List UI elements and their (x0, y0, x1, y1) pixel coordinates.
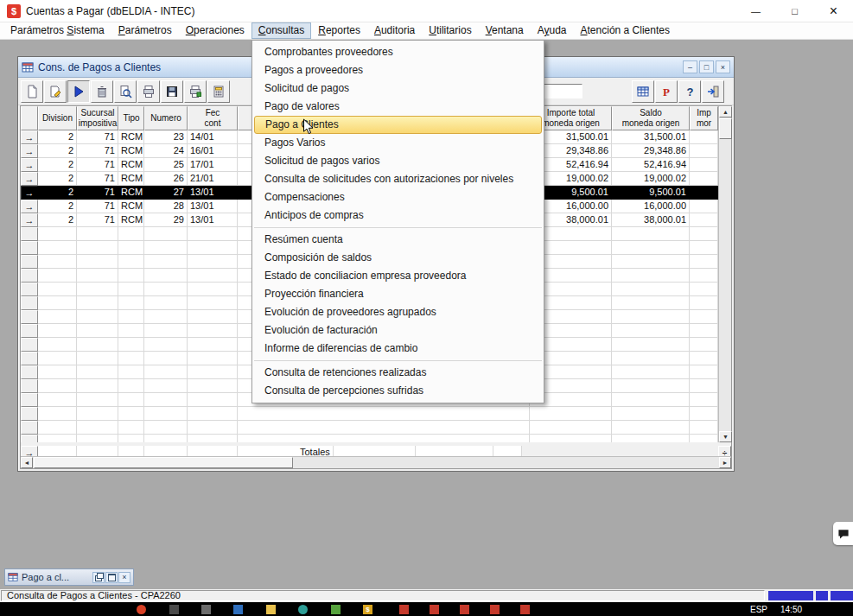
cell-sucursal[interactable] (77, 352, 118, 365)
cell-imp2[interactable] (690, 379, 718, 393)
cell-sucursal[interactable] (77, 421, 118, 435)
cell-tipo[interactable]: RCM (118, 130, 144, 144)
chat-overlay-button[interactable] (833, 522, 853, 545)
cell-imp2[interactable] (690, 407, 718, 421)
cell-fecha[interactable]: 13/01 (188, 213, 238, 227)
cell-numero[interactable]: 26 (144, 172, 188, 186)
cell-division[interactable]: 2 (38, 172, 77, 186)
cell-imp2[interactable] (690, 241, 718, 255)
cell-fecha[interactable] (188, 296, 238, 310)
restore-button[interactable] (92, 572, 105, 583)
taskbar-app-icon[interactable] (266, 605, 276, 614)
taskbar-app-icon[interactable] (490, 605, 500, 614)
cell-fecha[interactable] (188, 283, 238, 296)
col-header-division[interactable]: Division (38, 106, 77, 130)
taskbar-app-icon[interactable] (520, 605, 530, 614)
menu-item-evolucion-de-proveedores-agrupados[interactable]: Evolución de proveedores agrupados (252, 303, 544, 321)
cell-sucursal[interactable] (77, 338, 118, 352)
cell-division[interactable] (38, 352, 77, 365)
cell-gap[interactable] (238, 435, 530, 442)
cell-sucursal[interactable]: 71 (77, 172, 118, 186)
cell-fecha[interactable]: 14/01 (188, 130, 238, 144)
cell-saldo[interactable] (612, 365, 690, 379)
cell-saldo[interactable]: 19,000.02 (612, 172, 690, 186)
cell-sucursal[interactable] (77, 407, 118, 421)
cell-sucursal[interactable] (77, 310, 118, 324)
cell-fecha[interactable] (188, 324, 238, 338)
menu-item-pago-a-clientes[interactable]: Pago a Clientes (254, 116, 542, 134)
menubar-item-utilitarios[interactable]: Utilitarios (422, 22, 478, 39)
maximize-button[interactable] (105, 572, 118, 583)
cell-saldo[interactable] (612, 393, 690, 407)
cell-fecha[interactable] (188, 241, 238, 255)
minimized-window-pago-a-clientes[interactable]: Pago a cl... × (4, 568, 134, 586)
cell-numero[interactable]: 24 (144, 144, 188, 158)
cell-sucursal[interactable] (77, 269, 118, 283)
cell-tipo[interactable] (118, 379, 144, 393)
child-maximize-button[interactable]: □ (699, 60, 714, 73)
cell-importe[interactable] (530, 407, 612, 421)
scroll-down-button[interactable]: ▼ (719, 431, 732, 442)
cell-fecha[interactable] (188, 407, 238, 421)
col-header-sucursal[interactable]: Sucursalimpositiva (77, 106, 118, 130)
scroll-up-button[interactable]: ▲ (719, 106, 732, 117)
cell-numero[interactable]: 23 (144, 130, 188, 144)
cell-numero[interactable] (144, 296, 188, 310)
cell-division[interactable] (38, 338, 77, 352)
menu-item-pagos-varios[interactable]: Pagos Varios (252, 134, 544, 152)
cell-saldo[interactable] (612, 227, 690, 241)
cell-division[interactable] (38, 421, 77, 435)
vertical-scrollbar-thumb[interactable] (719, 118, 732, 139)
cell-gap[interactable] (238, 407, 530, 421)
cell-sucursal[interactable]: 71 (77, 144, 118, 158)
cell-fecha[interactable] (188, 338, 238, 352)
menubar-item-operaciones[interactable]: Operaciones (179, 22, 251, 39)
cell-fecha[interactable]: 17/01 (188, 158, 238, 172)
cell-numero[interactable]: 25 (144, 158, 188, 172)
menu-item-solicitud-de-pagos-varios[interactable]: Solicitud de pagos varios (252, 152, 544, 170)
new-record-button[interactable] (21, 80, 43, 103)
cell-tipo[interactable] (118, 407, 144, 421)
cell-division[interactable]: 2 (38, 130, 77, 144)
cell-imp2[interactable] (690, 213, 718, 227)
col-header-imp2[interactable]: Impmor (690, 106, 718, 130)
save-button[interactable] (161, 80, 183, 103)
cell-imp2[interactable] (690, 144, 718, 158)
cell-division[interactable] (38, 435, 77, 442)
cell-tipo[interactable]: RCM (118, 186, 144, 200)
cell-imp2[interactable] (690, 352, 718, 365)
cell-division[interactable] (38, 365, 77, 379)
cell-tipo[interactable] (118, 365, 144, 379)
cell-imp2[interactable] (690, 435, 718, 442)
cell-fecha[interactable] (188, 421, 238, 435)
cell-tipo[interactable] (118, 324, 144, 338)
cell-division[interactable] (38, 269, 77, 283)
cell-tipo[interactable] (118, 296, 144, 310)
menu-item-proyeccion-financiera[interactable]: Proyección financiera (252, 285, 544, 303)
cell-numero[interactable]: 29 (144, 213, 188, 227)
delete-record-button[interactable] (91, 80, 113, 103)
cell-imp2[interactable] (690, 421, 718, 435)
cell-division[interactable] (38, 324, 77, 338)
taskbar-app-icon[interactable] (399, 605, 409, 614)
menu-item-consulta-de-retenciones-realizadas[interactable]: Consulta de retenciones realizadas (252, 364, 544, 382)
col-header-saldo[interactable]: Saldomoneda origen (612, 106, 690, 130)
cell-saldo[interactable] (612, 283, 690, 296)
cell-division[interactable] (38, 379, 77, 393)
cell-tipo[interactable] (118, 227, 144, 241)
cell-tipo[interactable] (118, 269, 144, 283)
cell-fecha[interactable] (188, 365, 238, 379)
help-button[interactable]: ? (678, 80, 701, 103)
cell-division[interactable] (38, 283, 77, 296)
cell-fecha[interactable] (188, 379, 238, 393)
cell-sucursal[interactable]: 71 (77, 213, 118, 227)
taskbar-language[interactable]: ESP (750, 605, 767, 614)
cell-saldo[interactable]: 16,000.00 (612, 200, 690, 213)
cell-sucursal[interactable] (77, 241, 118, 255)
cell-numero[interactable] (144, 310, 188, 324)
cell-gap[interactable] (238, 421, 530, 435)
scroll-left-button[interactable]: ◄ (21, 457, 33, 468)
cell-numero[interactable] (144, 283, 188, 296)
cell-imp2[interactable] (690, 227, 718, 241)
taskbar-app-icon[interactable] (430, 605, 439, 614)
